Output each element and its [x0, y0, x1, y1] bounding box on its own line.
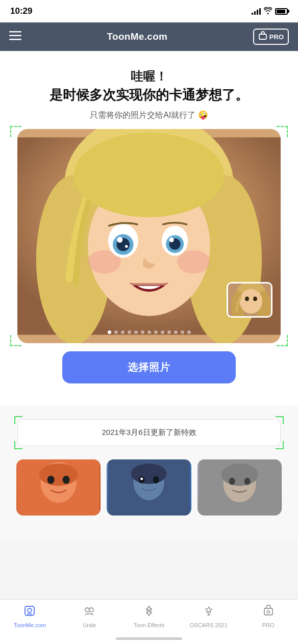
home-indicator [116, 637, 182, 640]
oscars-tab-icon [203, 605, 215, 620]
hero-title-small: 哇喔！ [15, 68, 283, 85]
dot-8 [154, 330, 158, 334]
nav-title: ToonMe.com [107, 31, 168, 42]
toon-effects-tab-icon [143, 605, 155, 620]
svg-rect-50 [264, 608, 272, 615]
svg-point-15 [117, 237, 122, 243]
signal-icon [252, 8, 261, 15]
svg-point-32 [39, 463, 78, 486]
dot-6 [141, 330, 144, 334]
effect-thumb-3[interactable] [197, 459, 282, 516]
svg-point-20 [169, 238, 174, 242]
tab-toonme[interactable]: ToonMe.com [9, 605, 50, 628]
wifi-icon [264, 7, 272, 16]
hero-title-large: 是时候多次实现你的卡通梦想了。 [15, 87, 283, 104]
pro-tab-icon [262, 605, 275, 620]
tab-oscars-label: OSCARS 2021 [190, 622, 228, 628]
svg-point-40 [140, 477, 143, 480]
svg-point-37 [131, 463, 167, 484]
svg-point-11 [177, 250, 210, 273]
svg-point-48 [85, 608, 89, 612]
tab-pro-label: PRO [262, 622, 275, 628]
unite-tab-icon [83, 605, 95, 620]
svg-point-44 [229, 478, 235, 485]
dot-10 [167, 330, 171, 334]
dot-4 [128, 330, 131, 334]
svg-point-34 [63, 476, 70, 484]
svg-rect-1 [9, 35, 21, 37]
select-photo-button[interactable]: 选择照片 [62, 351, 236, 383]
svg-point-39 [153, 476, 159, 483]
menu-icon[interactable] [9, 30, 21, 43]
pro-label: PRO [269, 33, 284, 41]
carousel-dots [17, 330, 281, 334]
notice-wrapper: 2021年3月6日更新了新特效 [14, 416, 284, 449]
tab-toon-effects-label: Toon Effects [134, 622, 164, 628]
effect-thumb-2[interactable] [107, 459, 191, 516]
original-photo-thumbnail [227, 282, 272, 318]
update-notice-text: 2021年3月6日更新了新特效 [102, 428, 196, 436]
carousel-wrapper [10, 129, 288, 343]
tab-oscars[interactable]: OSCARS 2021 [188, 605, 229, 628]
dot-3 [121, 330, 125, 334]
dot-12 [181, 330, 184, 334]
status-bar: 10:29 [0, 0, 298, 22]
dot-13 [187, 330, 191, 334]
svg-rect-2 [9, 39, 21, 40]
svg-point-28 [245, 296, 249, 301]
bag-icon [258, 31, 267, 42]
update-section: 2021年3月6日更新了新特效 [0, 406, 298, 459]
main-content: 哇喔！ 是时候多次实现你的卡通梦想了。 只需将你的照片交给AI就行了 🤪 [0, 51, 298, 406]
svg-point-21 [74, 133, 225, 217]
svg-point-33 [47, 476, 55, 484]
toonme-tab-icon [23, 605, 36, 620]
svg-point-27 [240, 289, 262, 314]
svg-point-49 [89, 608, 93, 612]
hero-section: 哇喔！ 是时候多次实现你的卡通梦想了。 只需将你的照片交给AI就行了 🤪 [10, 63, 288, 129]
dot-9 [161, 330, 164, 334]
tab-unite-label: Unite [83, 622, 96, 628]
effect-thumb-1[interactable] [16, 459, 101, 516]
tab-pro[interactable]: PRO [248, 605, 289, 628]
dot-7 [147, 330, 151, 334]
svg-rect-0 [9, 31, 21, 33]
dot-11 [174, 330, 178, 334]
tab-toonme-label: ToonMe.com [14, 622, 46, 628]
nav-bar: ToonMe.com PRO [0, 22, 298, 51]
carousel-image [17, 129, 281, 343]
svg-point-47 [28, 608, 32, 612]
tab-unite[interactable]: Unite [69, 605, 110, 628]
status-icons [252, 7, 288, 16]
effects-row-section [0, 459, 298, 541]
svg-point-45 [244, 478, 250, 485]
dot-1 [108, 330, 111, 334]
pro-button[interactable]: PRO [253, 29, 289, 45]
battery-icon [275, 8, 288, 15]
svg-point-51 [267, 611, 269, 613]
hero-subtitle: 只需将你的照片交给AI就行了 🤪 [15, 110, 283, 121]
svg-point-29 [253, 296, 257, 301]
dot-5 [134, 330, 138, 334]
svg-point-16 [125, 245, 128, 248]
dot-2 [114, 330, 118, 334]
status-time: 10:29 [10, 6, 32, 16]
svg-rect-3 [259, 34, 266, 39]
svg-point-43 [221, 463, 258, 486]
effects-row [8, 459, 290, 526]
tab-toon-effects[interactable]: Toon Effects [129, 605, 169, 628]
image-carousel[interactable] [17, 129, 281, 343]
